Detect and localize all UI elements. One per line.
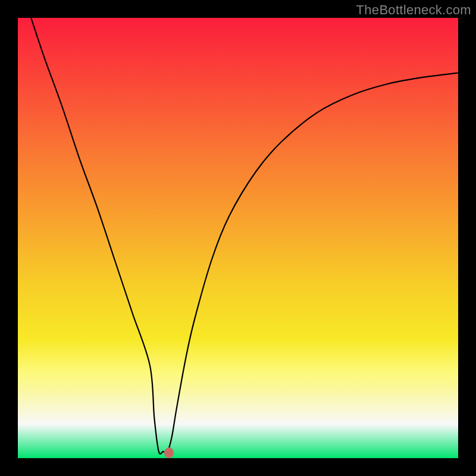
watermark-text: TheBottleneck.com	[356, 2, 471, 18]
minimum-marker	[164, 447, 174, 458]
chart-frame: TheBottleneck.com	[0, 0, 476, 476]
bottleneck-curve	[18, 18, 458, 458]
plot-area	[18, 18, 458, 458]
